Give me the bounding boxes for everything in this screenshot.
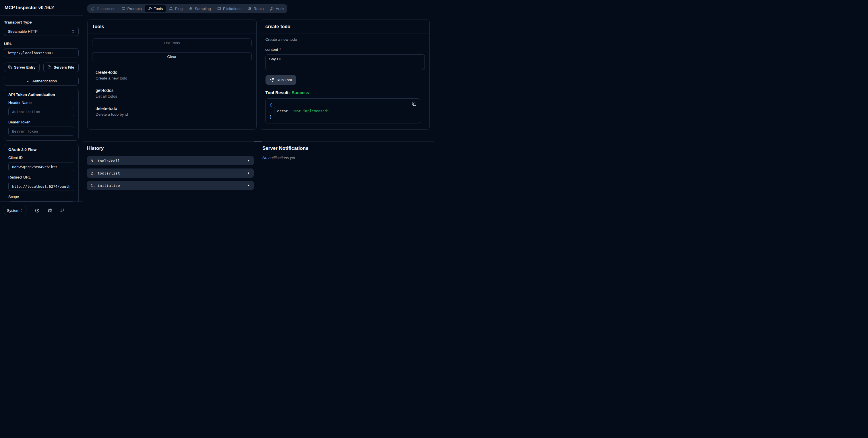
server-entry-button[interactable]: Server Entry [4, 63, 40, 72]
tab-label: Ping [175, 7, 183, 11]
tool-description: List all todos [96, 94, 252, 98]
history-item-label: 3. tools/call [91, 159, 120, 163]
tab-roots[interactable]: Roots [245, 5, 267, 12]
message-square-icon [122, 7, 125, 11]
tool-item-delete-todo[interactable]: delete-todo Delete a todo by id [92, 106, 252, 117]
url-input[interactable] [4, 48, 79, 57]
tool-detail-panel: create-todo Create a new todo content * … [260, 20, 430, 130]
tab-tools[interactable]: Tools [145, 5, 166, 12]
tab-sampling[interactable]: Sampling [186, 5, 214, 12]
chevron-down-icon [26, 79, 30, 83]
run-tool-button[interactable]: Run Tool [266, 75, 296, 85]
history-panel: History 3. tools/call 2. tools/list 1. i… [83, 142, 258, 219]
list-tools-button[interactable]: List Tools [92, 38, 252, 48]
tab-elicitations[interactable]: Elicitations [214, 5, 245, 12]
content-textarea[interactable]: Say Hi [266, 54, 425, 70]
send-icon [270, 78, 274, 82]
footer-icons [35, 208, 65, 213]
tab-bar: Resources Prompts Tools Ping Sampling El… [87, 4, 287, 13]
copy-result-button[interactable] [412, 102, 416, 106]
tool-item-get-todos[interactable]: get-todos List all todos [92, 88, 252, 98]
pane-resize-handle[interactable] [254, 140, 262, 143]
clear-button[interactable]: Clear [92, 52, 252, 61]
scope-label: Scope [8, 195, 74, 199]
tool-result-status: Success [291, 90, 309, 95]
header-name-input[interactable] [8, 107, 74, 116]
tab-prompts[interactable]: Prompts [119, 5, 145, 12]
api-token-title: API Token Authentication [8, 92, 74, 97]
copy-icon [8, 65, 12, 69]
client-id-label: Client ID [8, 156, 74, 160]
tab-resources[interactable]: Resources [88, 5, 119, 12]
server-entry-label: Server Entry [14, 65, 35, 69]
history-item-tools-list[interactable]: 2. tools/list [87, 168, 254, 178]
tab-label: Auth [276, 7, 284, 11]
expand-arrow-icon [247, 171, 250, 175]
required-marker: * [280, 48, 281, 52]
chevrons-up-down-icon [20, 209, 24, 212]
url-label: URL [4, 42, 79, 46]
bug-icon [48, 208, 52, 213]
history-list: 3. tools/call 2. tools/list 1. initializ… [87, 156, 254, 190]
tools-panel-body: List Tools Clear create-todo Create a ne… [88, 34, 256, 129]
server-notifications-panel: Server Notifications No notifications ye… [258, 142, 434, 219]
bearer-token-label: Bearer Token [8, 120, 74, 124]
json-string-value: "Not implemented" [292, 109, 329, 113]
redirect-url-label: Redirect URL [8, 175, 74, 179]
tool-result-row: Tool Result:Success [266, 90, 425, 95]
content-field-label: content [266, 48, 278, 52]
tool-name: create-todo [96, 70, 252, 74]
tool-detail-description: Create a new todo [266, 37, 425, 42]
transport-type-label: Transport Type [4, 20, 79, 24]
tab-label: Tools [154, 7, 163, 11]
json-open-brace: { [270, 102, 416, 108]
key-icon [270, 7, 274, 11]
authentication-toggle[interactable]: Authentication [4, 76, 79, 86]
tool-item-create-todo[interactable]: create-todo Create a new todo [92, 70, 252, 81]
no-notifications-message: No notifications yet [262, 156, 430, 160]
folder-tree-icon [248, 7, 251, 11]
history-item-initialize[interactable]: 1. initialize [87, 181, 254, 190]
theme-select-value: System [7, 208, 19, 213]
tab-label: Sampling [195, 7, 211, 11]
tool-list: create-todo Create a new todo get-todos … [92, 70, 252, 117]
transport-type-select[interactable]: Streamable HTTP [4, 27, 79, 36]
report-bug-button[interactable] [48, 208, 52, 213]
servers-file-button[interactable]: Servers File [43, 63, 79, 72]
client-id-input[interactable] [8, 162, 74, 171]
content-field-label-row: content * [266, 48, 425, 52]
redirect-url-input[interactable] [8, 182, 74, 191]
tool-name: get-todos [96, 88, 252, 93]
expand-arrow-icon [247, 184, 250, 187]
authentication-toggle-label: Authentication [32, 79, 57, 83]
header-name-label: Header Name [8, 100, 74, 105]
api-token-card: API Token Authentication Header Name Bea… [4, 89, 79, 140]
help-button[interactable] [35, 208, 39, 213]
tool-result-label: Tool Result: [266, 90, 290, 95]
tab-ping[interactable]: Ping [166, 5, 186, 12]
bearer-token-input[interactable] [8, 127, 74, 136]
theme-select[interactable]: System [4, 206, 26, 215]
json-error-line: error: "Not implemented" [270, 108, 416, 114]
sidebar-footer: System [0, 201, 83, 219]
copy-buttons-row: Server Entry Servers File [4, 63, 79, 72]
tool-detail-title: create-todo [261, 20, 430, 34]
transport-type-value: Streamable HTTP [8, 29, 38, 34]
github-button[interactable] [60, 208, 65, 213]
tools-panel: Tools List Tools Clear create-todo Creat… [87, 20, 257, 130]
top-panels: Tools List Tools Clear create-todo Creat… [87, 20, 430, 130]
message-square-icon [217, 7, 221, 11]
tab-auth[interactable]: Auth [267, 5, 287, 12]
tool-description: Delete a todo by id [96, 112, 252, 117]
circle-help-icon [35, 208, 39, 213]
history-title: History [87, 146, 254, 151]
tool-detail-body: Create a new todo content * Say Hi Run T… [261, 34, 430, 129]
history-item-tools-call[interactable]: 3. tools/call [87, 156, 254, 165]
hash-icon [189, 7, 193, 11]
tool-description: Create a new todo [96, 76, 252, 81]
tab-label: Roots [253, 7, 264, 11]
top-region: Resources Prompts Tools Ping Sampling El… [83, 0, 434, 141]
history-item-label: 2. tools/list [91, 171, 120, 176]
tool-name: delete-todo [96, 106, 252, 111]
copy-icon [48, 65, 51, 69]
